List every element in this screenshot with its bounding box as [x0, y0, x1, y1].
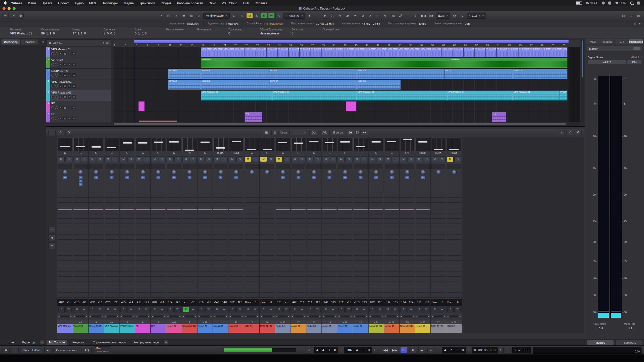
automation-m-button[interactable]: M	[246, 13, 253, 18]
pan-value[interactable]: С	[73, 151, 88, 155]
track-row[interactable]: 1VPS Metrum 01e▤RW	[46, 47, 111, 58]
layers-icon[interactable]: ▤	[166, 13, 172, 19]
rail-views-icon[interactable]: ▭	[48, 242, 55, 249]
channel-badge[interactable]: R	[328, 176, 331, 179]
solo-button[interactable]: S	[174, 156, 181, 162]
scroll-start-icon[interactable]: |◀	[347, 130, 354, 135]
menubar-item-2[interactable]: Файл	[28, 1, 36, 5]
track-solo-button[interactable]	[55, 52, 58, 55]
pan-slider[interactable]: ◂▸	[213, 313, 228, 320]
gain-knob[interactable]	[327, 170, 332, 175]
track-edit-button[interactable]: e	[59, 63, 62, 66]
gain-knob[interactable]	[78, 170, 83, 175]
mute-button[interactable]: M	[447, 156, 454, 162]
absolute-link-button[interactable]: Абс	[320, 130, 330, 135]
gain-knob[interactable]	[452, 170, 457, 175]
clip[interactable]: VPS Metrum 01	[201, 47, 212, 57]
pan-value[interactable]: Выкл.	[228, 151, 244, 155]
insert-rack[interactable]	[229, 192, 243, 298]
read-automation-button[interactable]: R	[307, 307, 313, 312]
zone-tab-Редактор[interactable]: Редактор	[19, 340, 37, 345]
channel-name[interactable]: MIDI 02	[446, 324, 462, 333]
wifi-icon[interactable]	[608, 2, 611, 5]
solo-button[interactable]: S	[221, 156, 228, 162]
fader-cap[interactable]	[403, 139, 412, 140]
menubar-clock[interactable]: Чт 16:57	[615, 1, 627, 5]
channel-edit-slot[interactable]	[214, 164, 227, 169]
insert-rack[interactable]	[58, 192, 72, 298]
pan-value[interactable]: С	[275, 151, 291, 155]
menubar-item-10[interactable]: Студия	[160, 1, 171, 5]
record-mix-cell[interactable]: Микс Новые партии	[94, 346, 111, 354]
clip[interactable]: VPS Metrum 01	[431, 47, 442, 57]
clip[interactable]: MIDI 03	[201, 69, 269, 79]
clip[interactable]: MIDI 03	[168, 69, 201, 79]
object-selection-tool[interactable]: ◤	[322, 13, 328, 19]
menubar-item-1[interactable]: Cubase	[11, 1, 22, 5]
pan-slider[interactable]: ◂▸	[135, 313, 150, 320]
mute-button[interactable]: M	[167, 156, 174, 162]
clip[interactable]: VPS Phalanx 01	[447, 90, 513, 101]
channel-mini-fader[interactable]	[182, 138, 197, 151]
menubar-item-15[interactable]: Справка	[255, 1, 267, 5]
write-automation-button[interactable]: W	[392, 307, 398, 312]
channel-edit-slot[interactable]	[120, 164, 134, 169]
snap-magnet-icon[interactable]: ▶◀	[421, 13, 427, 19]
channel-name[interactable]: Nexus 05	[337, 324, 353, 333]
infoline-value[interactable]: 0	[228, 32, 251, 35]
menubar-item-6[interactable]: MIDI	[89, 1, 96, 5]
close-tab-icon[interactable]: ✕	[40, 340, 44, 344]
channel-mini-fader[interactable]	[307, 138, 321, 151]
color-tool[interactable]: 🖌	[397, 13, 404, 19]
channel-badge[interactable]: R	[156, 176, 160, 179]
fader-cap[interactable]	[372, 141, 381, 143]
track-solo-button[interactable]	[55, 117, 58, 120]
insert-rack[interactable]	[307, 192, 321, 298]
write-automation-button[interactable]: W	[236, 307, 243, 312]
channel-name[interactable]: Nexus 01 (D)	[182, 324, 197, 333]
channel-edit-slot[interactable]	[385, 164, 399, 169]
track-write-button[interactable]: W	[72, 106, 76, 109]
mute-button[interactable]: M	[151, 156, 158, 162]
mute-button[interactable]: M	[260, 156, 267, 162]
clip[interactable]: VPS Metrum 01	[420, 47, 431, 57]
channel-mini-fader[interactable]	[416, 138, 430, 151]
volume-value[interactable]: 9.04	[166, 301, 174, 304]
monitor-icon[interactable]: ⊙	[231, 13, 237, 19]
fader-cap[interactable]	[200, 142, 210, 143]
pan-slider[interactable]: ◂▸	[104, 313, 119, 320]
channel-name[interactable]: FX	[135, 324, 150, 333]
volume-value[interactable]: 4.79	[135, 301, 143, 304]
clip[interactable]: MIDI 03	[357, 69, 445, 79]
channel-mini-fader[interactable]	[260, 138, 274, 151]
volume-value[interactable]: 17.4	[400, 301, 407, 304]
channel-edit-slot[interactable]	[416, 164, 430, 169]
pan-slider[interactable]: ◂▸	[151, 313, 166, 320]
vertical-scroll-thumb[interactable]	[582, 40, 583, 77]
qlink-button[interactable]: Б-связь	[331, 130, 345, 135]
pan-value[interactable]: Выкл.	[415, 151, 430, 155]
fader-cap[interactable]	[387, 141, 396, 142]
pan-value[interactable]: С	[119, 151, 135, 155]
punch-arrow-icon[interactable]: ▸	[44, 347, 51, 353]
channel-badge[interactable]: R	[312, 176, 316, 179]
fader-cap[interactable]	[232, 141, 241, 142]
punch-in-out-button[interactable]: Punch In/Out	[21, 347, 42, 353]
channel-mini-fader[interactable]	[58, 138, 72, 151]
pan-slider[interactable]: ◂▸	[166, 313, 182, 320]
solo-button[interactable]: S	[377, 156, 383, 162]
mute-button[interactable]: M	[307, 156, 313, 162]
mute-button[interactable]: M	[120, 156, 127, 162]
gain-knob[interactable]	[265, 170, 270, 175]
volume-value[interactable]: 8.62	[337, 301, 345, 304]
clip[interactable]: VPS Phalanx 01	[357, 90, 447, 101]
mute-button[interactable]: M	[245, 156, 251, 162]
volume-value[interactable]: 9.26	[415, 301, 423, 304]
track-edit-button[interactable]: e	[59, 52, 62, 55]
list-icon[interactable]: ≡	[196, 13, 202, 19]
channel-name[interactable]: Nexus 02 (D)	[400, 324, 415, 333]
fader-cap[interactable]	[325, 142, 334, 143]
insert-rack[interactable]	[105, 192, 119, 298]
channel-edit-slot[interactable]	[323, 164, 336, 169]
mute-button[interactable]: M	[198, 156, 205, 162]
